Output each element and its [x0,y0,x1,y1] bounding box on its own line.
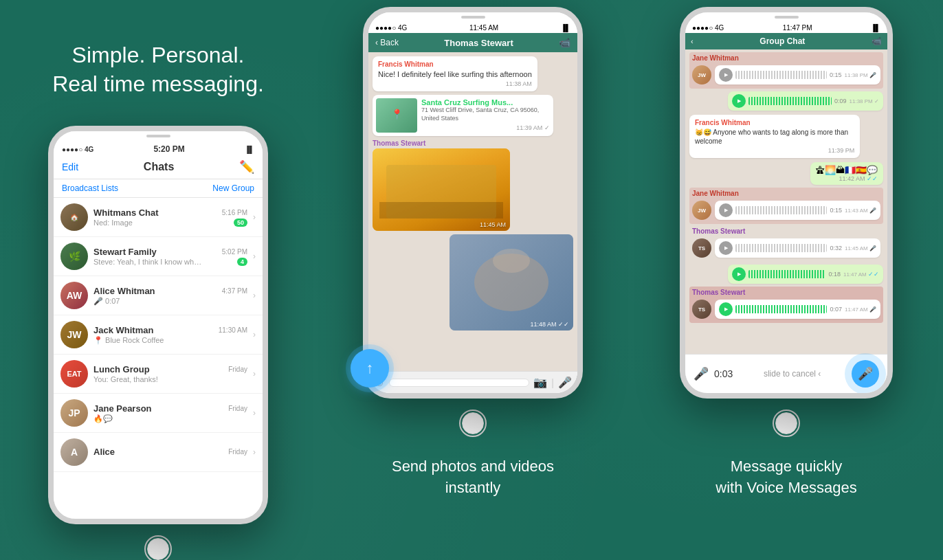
compose-button[interactable]: ✏️ [239,159,254,175]
microphone-icon[interactable]: 🎤 [558,376,572,389]
upload-button[interactable]: ↑ [351,349,389,388]
waveform-t2 [735,305,827,313]
video-call-icon[interactable]: 📹 [559,37,570,48]
recording-mic-icon: 🎤 [694,366,709,381]
voice-bubble-thomas1[interactable]: ▶ 0:32 11:45 AM 🎤 [715,238,880,258]
phone3-home-area [680,404,893,443]
location-name: Santa Cruz Surfing Mus... [421,98,550,107]
phone3-signal: ●●●●○ 4G [692,24,724,32]
chat-header: Jack Whitman 11:30 AM [93,325,247,335]
home-button-2[interactable] [459,410,487,437]
jane-section-2: Jane Whitman JW ▶ 0:15 11:43 AM 🎤 [689,188,883,224]
phone1-nav: Edit Chats ✏️ [54,155,263,179]
chat-time: 5:02 PM [222,248,247,256]
video-icon-3[interactable]: 📹 [872,36,882,46]
waveform-t1 [735,244,827,252]
back-button-3[interactable]: ‹ [691,37,694,45]
voice-message-thomas1: TS ▶ 0:32 11:45 AM 🎤 [692,236,880,260]
chat-content: Alice Whitman 4:37 PM 🎤 0:07 [93,286,247,306]
chat-preview-text: 🔥💬 [93,414,113,423]
list-item[interactable]: EAT Lunch Group Friday You: Great, thank… [54,355,263,394]
list-item[interactable]: JW Jack Whitman 11:30 AM 📍 Blue Rock Cof… [54,315,263,355]
broadcast-lists-link[interactable]: Broadcast Lists [62,183,118,193]
phone3-wrapper: ●●●●○ 4G 11:47 PM ▐▌ ‹ Group Chat 📹 [680,7,893,443]
list-item[interactable]: AW Alice Whitman 4:37 PM 🎤 0:07 › [54,276,263,315]
new-group-link[interactable]: New Group [212,183,254,193]
phone3-inner: ●●●●○ 4G 11:47 PM ▐▌ ‹ Group Chat 📹 [685,12,887,393]
thomas-avatar: TS [692,238,711,258]
home-button[interactable] [144,535,172,560]
voice-messages-area: Jane Whitman JW ▶ 0:15 11:38 PM 🎤 [685,49,887,354]
voice-bubble-out2[interactable]: ▶ 0:18 11:47 AM ✓✓ [728,265,883,284]
jane-avatar: JW [692,65,711,85]
voice-dur-t1: 0:32 [830,245,842,251]
avatar: AW [60,282,88,309]
back-button[interactable]: ‹ Back [375,38,399,47]
home-button-inner [147,538,169,560]
chevron-icon: › [253,408,256,418]
chat-content: Stewart Family 5:02 PM Steve: Yeah, I th… [93,247,247,266]
play-button-out2[interactable]: ▶ [732,267,746,281]
right-section: ●●●●○ 4G 11:47 PM ▐▌ ‹ Group Chat 📹 [630,0,943,560]
chat-name: Whitmans Chat [93,208,159,218]
francis-time: 11:39 PM [695,147,854,154]
thomas-section: Thomas Stewart TS ▶ 0:32 11:45 AM 🎤 [689,225,883,262]
list-item[interactable]: A Alice Friday › [54,433,263,472]
waveform-out2 [748,270,825,278]
section3-label: Message quickly with Voice Messages [715,456,856,499]
play-button[interactable]: ▶ [719,68,733,82]
phone3-nav: ‹ Group Chat 📹 [685,33,887,49]
play-button-t2[interactable]: ▶ [719,302,733,316]
play-button-out[interactable]: ▶ [732,94,746,108]
jane-section: Jane Whitman JW ▶ 0:15 11:38 PM 🎤 [689,52,883,89]
mic-record-button[interactable]: 🎤 [852,360,879,388]
voice-bubble-thomas2[interactable]: ▶ 0:07 11:47 AM 🎤 [715,300,880,319]
voice-bubble-jane2[interactable]: ▶ 0:15 11:43 AM 🎤 [715,201,880,220]
thomas-sender-name-2: Thomas Stewart [692,289,880,296]
photo-inner [450,234,573,331]
message-input[interactable] [389,379,529,387]
voice-bubble-jane1[interactable]: ▶ 0:15 11:38 PM 🎤 [715,65,880,85]
edit-button[interactable]: Edit [62,161,78,172]
voice-timestamp-out: 11:38 PM ✓ [850,98,879,104]
group-chat-name: Group Chat [759,36,805,46]
voice-duration-out: 0:09 [834,98,847,104]
photo-bubble[interactable]: 11:48 AM ✓✓ [450,234,573,331]
location-info: Santa Cruz Surfing Mus... 71 West Cliff … [421,98,550,133]
message-sender: Thomas Stewart [373,139,573,147]
video-bubble[interactable]: ▶ 11:45 AM [373,148,510,231]
list-item[interactable]: 🏠 Whitmans Chat 5:16 PM Ned: Image 50 [54,198,263,237]
video-inner: ▶ [373,148,510,231]
list-item[interactable]: JP Jane Pearson Friday 🔥💬 › [54,394,263,433]
list-item[interactable]: 🌿 Stewart Family 5:02 PM Steve: Yeah, I … [54,237,263,276]
voice-ts-out2: 11:47 AM ✓✓ [843,271,879,278]
francis-bubble: Francis Whitman 😸😅 Anyone who wants to t… [689,115,860,158]
chat-name: Jane Pearson [93,403,152,414]
location-time: 11:39 AM ✓ [421,124,550,131]
recording-bar: 🎤 0:03 slide to cancel ‹ 🎤 [685,354,887,393]
phone2-nav: ‹ Back Thomas Stewart 📹 [368,33,577,52]
jane-avatar-2: JW [692,201,711,220]
chat-header: Whitmans Chat 5:16 PM [93,208,247,218]
chat-time: 5:16 PM [222,209,247,216]
play-button-j2[interactable]: ▶ [719,203,733,217]
home-button-inner-2 [462,412,484,434]
play-button-t1[interactable]: ▶ [719,241,733,255]
phone2-inner: ●●●●○ 4G 11:45 AM ▐▌ ‹ Back Thomas Stewa… [368,12,577,393]
chats-title: Chats [144,161,174,173]
voice-dur-t2: 0:07 [830,306,842,313]
camera-icon[interactable]: 📷 [533,376,547,389]
home-button-3[interactable] [773,410,800,437]
chat-badge: 50 [234,219,247,227]
chat-time: Friday [228,366,247,373]
chat-preview-text: 📍 Blue Rock Coffee [93,336,164,345]
emoji-time: 11:42 AM ✓✓ [816,175,878,182]
avatar: 🏠 [60,203,88,231]
emoji-bubble: 🛣🌅🏔🇫🇷🇪🇸💬 11:42 AM ✓✓ [810,162,883,185]
phone2-status-bar: ●●●●○ 4G 11:45 AM ▐▌ [368,23,577,33]
chat-time: Friday [228,405,247,412]
voice-bubble-out1[interactable]: ▶ 0:09 11:38 PM ✓ [728,91,883,111]
phone3-notch [685,12,887,23]
battery-icon: ▐▌ [245,146,254,153]
avatar: A [60,438,88,466]
